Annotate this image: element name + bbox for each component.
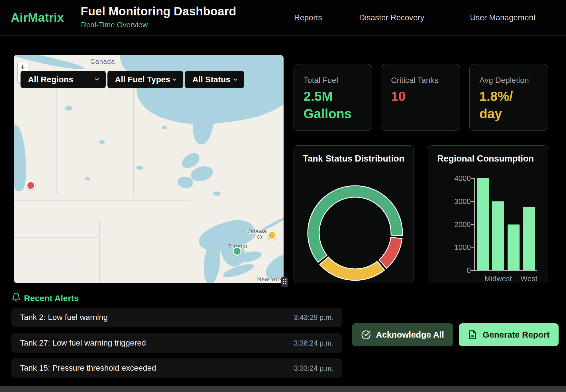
alert-message: Tank 2: Low fuel warning (20, 313, 108, 322)
dashboard-root: AirMatrix Fuel Monitoring Dashboard Real… (0, 0, 566, 392)
generate-report-label: Generate Report (482, 330, 549, 340)
region-filter-dropdown[interactable]: All Regions (21, 71, 106, 88)
bar-region-2[interactable] (508, 224, 520, 271)
tank-marker-critical[interactable] (26, 181, 35, 190)
status-filter-dropdown[interactable]: All Status (185, 71, 244, 88)
alert-time: 3:33:24 p.m. (294, 364, 333, 372)
y-axis-tick-label: 2000 (428, 220, 471, 229)
nav-item-disaster-recovery[interactable]: Disaster Recovery (359, 13, 424, 22)
bar-plot-area (474, 178, 537, 271)
kpi-value: 2.5MGallons (304, 88, 352, 122)
alert-message: Tank 15: Pressure threshold exceeded (20, 364, 156, 373)
acknowledge-all-label: Acknowledge All (376, 330, 444, 340)
alert-time: 3:38:24 p.m. (294, 339, 333, 347)
map-boundary (14, 260, 88, 260)
map-lakelet (136, 166, 143, 170)
x-axis-tick-label: West (512, 274, 546, 283)
bar-region-0[interactable] (477, 178, 489, 270)
acknowledge-all-button[interactable]: Acknowledge All (352, 323, 453, 346)
map-boundary (133, 75, 134, 197)
map-boundary (14, 200, 190, 201)
check-circle-icon (361, 330, 371, 340)
bottom-scrollbar[interactable] (0, 386, 566, 392)
app-logo: AirMatrix (11, 11, 64, 24)
page-title: Fuel Monitoring Dashboard (81, 5, 236, 18)
y-axis-tick-label: 4000 (428, 174, 471, 183)
chevron-down-icon (232, 76, 239, 83)
alert-time: 3:43:29 p.m. (294, 313, 333, 322)
generate-report-button[interactable]: Generate Report (459, 323, 559, 346)
kpi-label: Critical Tanks (391, 76, 438, 85)
regional-consumption-bar-chart: 01000200030004000MidwestWest (428, 146, 548, 283)
chart-title: Tank Status Distribution (303, 154, 404, 164)
donut-segment-critical[interactable] (379, 237, 402, 268)
map-lakelet (65, 106, 72, 111)
y-axis-tick (471, 270, 474, 271)
bar-West[interactable] (523, 207, 535, 270)
kpi-value: 10 (391, 88, 406, 105)
y-axis-tick (471, 178, 474, 179)
donut-segment-warning[interactable] (320, 257, 384, 280)
map-lakelet (162, 126, 167, 129)
x-axis-tick (498, 271, 498, 273)
tank-marker-warning[interactable] (267, 231, 276, 240)
map-boundary (14, 237, 99, 238)
map-lakelet (85, 177, 90, 180)
map-water-lake-left (14, 124, 29, 192)
nav-item-user-management[interactable]: User Management (470, 13, 536, 22)
map-boundary (99, 220, 100, 283)
chevron-down-icon (94, 76, 100, 83)
regional-consumption-card: Regional Consumption 01000200030004000Mi… (428, 145, 548, 283)
map-boundary (56, 80, 57, 194)
fuel-type-filter-value: All Fuel Types (115, 75, 170, 84)
y-axis-tick-label: 0 (428, 266, 471, 275)
city-dot-icon (257, 235, 262, 239)
y-axis-tick (471, 247, 474, 248)
nav-item-reports[interactable]: Reports (294, 13, 322, 22)
y-axis-tick (471, 201, 474, 202)
y-axis-tick (471, 224, 474, 225)
map-label-ottawa: Ottawa (247, 228, 266, 235)
alert-row: Tank 27: Low fuel warning triggered 3:38… (11, 333, 342, 353)
tank-marker-normal[interactable] (233, 247, 242, 256)
tank-status-distribution-card: Tank Status Distribution (294, 145, 414, 283)
chevron-down-icon (171, 76, 178, 83)
kpi-label: Total Fuel (304, 76, 338, 85)
kpi-label: Avg Depletion (479, 76, 529, 85)
alert-row: Tank 15: Pressure threshold exceeded 3:3… (11, 358, 342, 378)
page-subtitle: Real-Time Overview (81, 21, 148, 29)
map-boundary (51, 214, 51, 283)
bar-Midwest[interactable] (492, 201, 504, 270)
kpi-card-total-fuel: Total Fuel 2.5MGallons (294, 64, 372, 131)
file-text-icon (468, 330, 477, 340)
x-axis-tick-label: Midwest (481, 274, 515, 283)
x-axis-tick (529, 271, 529, 273)
alert-message: Tank 27: Low fuel warning triggered (20, 338, 146, 348)
y-axis-tick-label: 1000 (428, 243, 471, 252)
kpi-card-critical-tanks: Critical Tanks 10 (381, 64, 460, 131)
kpi-card-avg-depletion: Avg Depletion 1.8%/day (469, 64, 548, 131)
map-label-canada: Canada (90, 58, 115, 66)
recent-alerts-title: Recent Alerts (24, 293, 79, 303)
tank-status-donut-chart (307, 185, 404, 281)
map-panel[interactable]: Canada Ottawa Toronto New York + − All R… (14, 55, 284, 283)
map-lakelet (99, 140, 105, 144)
y-axis-tick-label: 3000 (428, 197, 471, 206)
fuel-type-filter-dropdown[interactable]: All Fuel Types (107, 71, 183, 88)
bell-icon (11, 292, 21, 302)
status-filter-value: All Status (192, 75, 231, 84)
alert-row: Tank 2: Low fuel warning 3:43:29 p.m. (11, 308, 342, 327)
header: AirMatrix Fuel Monitoring Dashboard Real… (0, 0, 566, 36)
drag-grip-icon[interactable] (281, 277, 288, 287)
map-water-lake-manitoba-2 (189, 164, 215, 183)
map-lakelet (213, 191, 221, 196)
region-filter-value: All Regions (28, 75, 74, 84)
map-label-new-york: New York (257, 276, 282, 283)
kpi-value: 1.8%/day (479, 88, 513, 122)
